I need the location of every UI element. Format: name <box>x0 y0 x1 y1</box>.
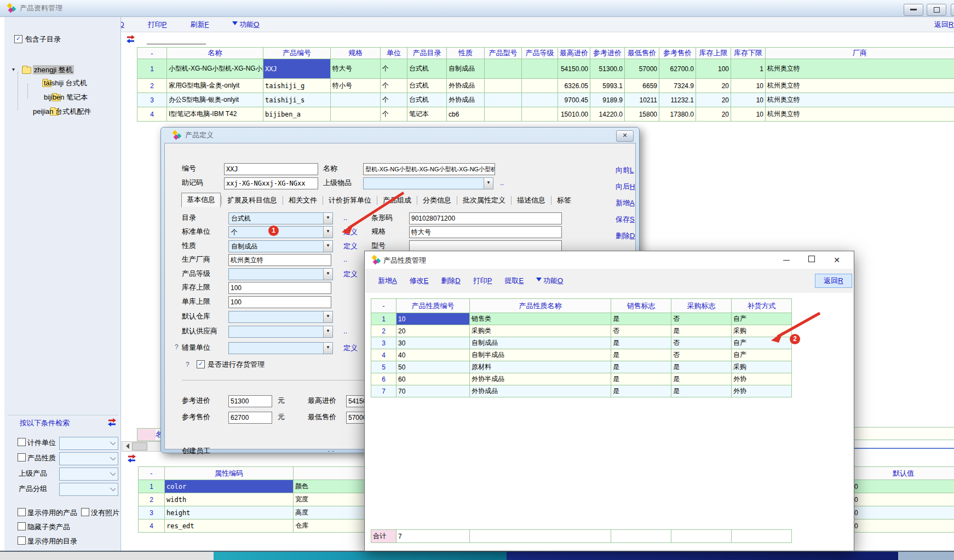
库存上限-input[interactable]: 100 <box>228 282 331 294</box>
column-header[interactable]: 产品性质名称 <box>470 299 611 313</box>
tab-9[interactable]: 标签 <box>552 194 576 207</box>
table-cell[interactable]: 3 <box>139 506 165 519</box>
table-cell[interactable]: 杭州奥立特 <box>766 107 954 122</box>
table-cell[interactable]: 是 <box>611 337 671 349</box>
规格-input[interactable]: 特大号 <box>409 226 562 238</box>
table-cell[interactable]: 否 <box>671 337 732 349</box>
table-cell[interactable]: 自制成品 <box>470 337 611 349</box>
table-cell[interactable] <box>485 93 522 107</box>
table-cell[interactable]: 是 <box>611 373 671 385</box>
table-cell[interactable]: 1 <box>137 59 167 79</box>
table-row[interactable]: 330自制成品是否自产 <box>371 337 792 349</box>
table-cell[interactable]: 70 <box>396 385 470 397</box>
table-cell[interactable]: color <box>165 480 294 493</box>
tab-3[interactable]: 相关文件 <box>284 194 322 207</box>
table-cell[interactable]: 9189.9 <box>590 93 625 107</box>
table-cell[interactable]: taishiji_g <box>263 79 331 93</box>
swap-icon[interactable] <box>127 454 136 463</box>
close-button[interactable]: ✕ <box>951 4 954 16</box>
tab-5[interactable]: 产品组成 <box>378 194 416 207</box>
table-cell[interactable]: 外协 <box>732 385 792 397</box>
toolbar-item[interactable]: 刷新F <box>190 20 209 30</box>
table-cell[interactable]: 自制成品 <box>447 59 485 79</box>
dropdown-arrow-icon[interactable]: ▼ <box>323 227 332 238</box>
side-action-3[interactable]: 新增A <box>616 198 635 208</box>
define-link[interactable]: 定义 <box>343 241 358 251</box>
table-cell[interactable]: 1 <box>139 480 165 493</box>
table-cell[interactable]: 20 <box>696 93 731 107</box>
tab-6[interactable]: 分类信息 <box>418 194 456 207</box>
table-cell[interactable]: 个 <box>381 107 407 122</box>
目录-select[interactable]: 台式机▼ <box>228 212 333 224</box>
column-header[interactable]: 参考进价 <box>590 48 625 59</box>
column-header[interactable]: 销售标志 <box>611 299 671 313</box>
column-header[interactable]: 库存上限 <box>696 48 731 59</box>
table-cell[interactable]: 自制半成品 <box>470 349 611 361</box>
table-cell[interactable]: 小型机-XG-NG小型机-XG-NG小型机-XG-NG小型机-XG-NG <box>167 59 263 79</box>
table-cell[interactable]: 是 <box>671 385 732 397</box>
table-cell[interactable] <box>522 79 558 93</box>
column-header[interactable]: 产品目录 <box>407 48 447 59</box>
table-cell[interactable]: 3 <box>137 93 167 107</box>
dropdown-arrow-icon[interactable]: ▼ <box>323 269 332 280</box>
dropdown-arrow-icon[interactable]: ▼ <box>323 241 332 252</box>
dropdown-arrow-icon[interactable]: ▼ <box>323 326 332 337</box>
table-cell[interactable]: 17380.0 <box>659 107 696 122</box>
table-cell[interactable]: 采购 <box>732 325 792 337</box>
table-cell[interactable]: 是 <box>671 373 732 385</box>
column-header[interactable]: 产品编号 <box>263 48 331 59</box>
table-cell[interactable]: height <box>165 506 294 519</box>
标准单位-select[interactable]: 个▼ <box>228 226 333 238</box>
table-row[interactable]: 550原材料是是采购 <box>371 361 792 373</box>
dots-link[interactable]: .. <box>343 255 347 263</box>
side-action-4[interactable]: 保存S <box>616 215 635 224</box>
table-row[interactable]: 2家用G型电脑-金奥-onlyittaishiji_g特小号个台式机外协成品63… <box>137 79 954 93</box>
column-header[interactable]: 参考售价 <box>659 48 696 59</box>
table-cell[interactable]: 外协成品 <box>447 79 485 93</box>
table-cell[interactable]: 是 <box>611 385 671 397</box>
search-dropdown[interactable] <box>59 483 118 496</box>
search-checkbox[interactable] <box>18 453 26 461</box>
table-cell[interactable]: 1 <box>371 313 396 325</box>
column-header[interactable]: - <box>139 467 165 480</box>
maximize-button[interactable] <box>803 255 820 265</box>
column-header[interactable]: - <box>137 48 167 59</box>
table-row[interactable]: 660外协半成品是是外协 <box>371 373 792 385</box>
stock-management-checkbox[interactable]: ✓ <box>197 360 205 368</box>
table-cell[interactable]: 54150.00 <box>558 59 590 79</box>
table-cell[interactable]: 2 <box>371 325 396 337</box>
tab-8[interactable]: 描述信息 <box>512 194 550 207</box>
table-cell[interactable]: 采购类 <box>470 325 611 337</box>
table-cell[interactable]: 否 <box>671 349 732 361</box>
h-scrollbar[interactable] <box>122 441 163 452</box>
search-checkbox[interactable] <box>18 438 26 446</box>
name-input[interactable]: 型机-XG-NG小型机-XG-NG小型机-XG-NG小型机-XG-NG <box>363 163 495 175</box>
table-cell[interactable]: 20 <box>396 325 470 337</box>
table-cell[interactable]: 5993.1 <box>590 79 625 93</box>
table-cell[interactable]: 7324.9 <box>659 79 696 93</box>
code-input[interactable]: XXJ <box>224 163 318 175</box>
dots-link[interactable]: .. <box>343 213 347 222</box>
option-checkbox[interactable] <box>81 508 89 516</box>
table-cell[interactable]: 20 <box>696 107 731 122</box>
column-header[interactable]: 采购标志 <box>671 299 732 313</box>
table-cell[interactable]: 51300.0 <box>590 59 625 79</box>
swap-icon[interactable] <box>107 418 117 426</box>
table-cell[interactable] <box>522 59 558 79</box>
option-checkbox[interactable] <box>18 508 26 516</box>
条形码-input[interactable]: 901028071200 <box>409 212 562 224</box>
toolbar-item[interactable]: 新增A <box>378 276 397 286</box>
toolbar-item[interactable]: 删除D <box>441 276 460 286</box>
table-cell[interactable]: 10 <box>731 79 766 93</box>
side-action-1[interactable]: 向前L <box>616 165 634 175</box>
table-cell[interactable]: 个 <box>381 93 407 107</box>
toolbar-item[interactable]: 打印P <box>473 276 492 286</box>
table-cell[interactable]: 2 <box>137 79 167 93</box>
scrollbar-thumb[interactable] <box>132 442 147 451</box>
toolbar-item[interactable]: 功能O <box>536 276 563 286</box>
column-header[interactable]: 产品型号 <box>485 48 522 59</box>
side-action-5[interactable]: 删除D <box>616 231 635 241</box>
table-cell[interactable]: 家用G型电脑-金奥-onlyit <box>167 79 263 93</box>
tab-7[interactable]: 批次属性定义 <box>458 194 510 207</box>
table-cell[interactable]: 30 <box>396 337 470 349</box>
